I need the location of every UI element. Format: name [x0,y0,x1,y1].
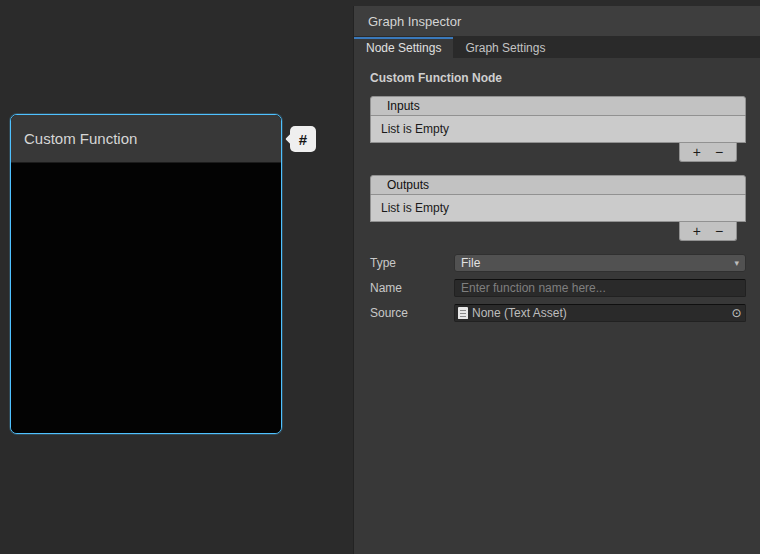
node-body [11,163,281,434]
property-rows: Type File ▾ Name Source None (Text Asset… [354,253,760,322]
outputs-list-footer: + − [370,222,746,241]
text-asset-icon [458,307,468,319]
node-doc-badge[interactable]: # [290,126,316,152]
type-dropdown-value: File [461,256,480,270]
inputs-footer-buttons: + − [679,143,737,162]
tab-node-settings[interactable]: Node Settings [354,37,453,58]
chevron-down-icon: ▾ [734,258,739,268]
inputs-remove-button[interactable]: − [715,145,723,159]
inputs-list-footer: + − [370,143,746,162]
type-label: Type [370,256,454,270]
inputs-add-button[interactable]: + [693,145,701,159]
outputs-list-empty: List is Empty [370,195,746,222]
tab-graph-settings-label: Graph Settings [465,41,545,55]
source-label: Source [370,306,454,320]
inspector-title-bar: Graph Inspector [354,6,760,37]
inputs-list-empty: List is Empty [370,116,746,143]
type-row: Type File ▾ [370,253,746,272]
inputs-list-header-label: Inputs [387,99,420,113]
type-dropdown[interactable]: File ▾ [454,254,746,272]
node-title: Custom Function [24,130,137,147]
function-name-input[interactable] [454,279,746,297]
inputs-list-header: Inputs [370,96,746,116]
source-row: Source None (Text Asset) ⊙ [370,303,746,322]
hash-icon: # [299,131,307,148]
outputs-empty-label: List is Empty [381,201,449,215]
graph-inspector-panel: Graph Inspector Node Settings Graph Sett… [353,6,760,554]
outputs-footer-buttons: + − [679,222,737,241]
tab-graph-settings[interactable]: Graph Settings [453,37,557,58]
section-title: Custom Function Node [370,71,744,85]
outputs-list-header: Outputs [370,175,746,195]
source-object-field[interactable]: None (Text Asset) ⊙ [454,304,746,322]
tab-node-settings-label: Node Settings [366,41,441,55]
object-picker-icon[interactable]: ⊙ [728,305,745,321]
node-header[interactable]: Custom Function [11,115,281,163]
inputs-empty-label: List is Empty [381,122,449,136]
inspector-tabbar: Node Settings Graph Settings [354,37,760,58]
outputs-list-header-label: Outputs [387,178,429,192]
inputs-list: Inputs List is Empty + − [370,96,746,162]
outputs-list: Outputs List is Empty + − [370,175,746,241]
custom-function-node[interactable]: Custom Function [10,114,282,434]
outputs-remove-button[interactable]: − [715,224,723,238]
outputs-add-button[interactable]: + [693,224,701,238]
inspector-title: Graph Inspector [368,14,461,29]
name-row: Name [370,278,746,297]
name-label: Name [370,281,454,295]
source-object-value: None (Text Asset) [472,306,567,320]
